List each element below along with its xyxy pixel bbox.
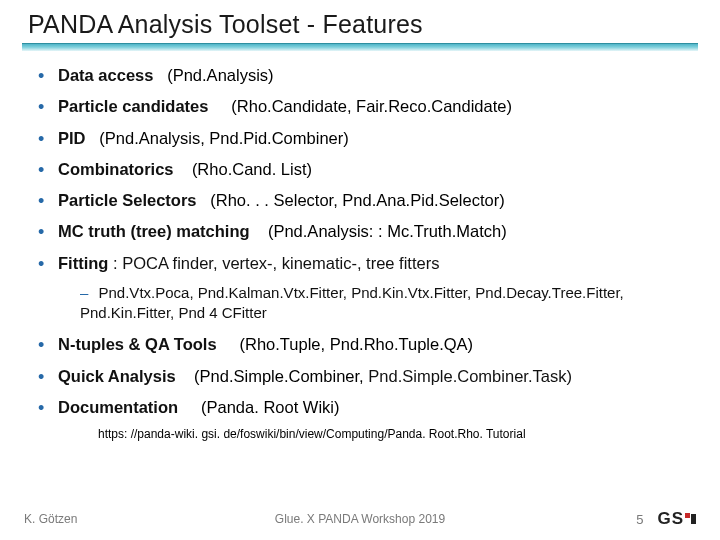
label: Fitting — [58, 254, 108, 272]
bullet-list-3: Documentation (Panda. Root Wiki) — [36, 396, 684, 418]
label: Documentation — [58, 398, 178, 416]
bullet-list-2: N-tuples & QA Tools (Rho.Tuple, Pnd.Rho.… — [36, 333, 684, 387]
bullet-particle-selectors: Particle Selectors (Rho. . . Selector, P… — [36, 189, 684, 211]
trail: Pnd.Simple.Combiner.Task) — [368, 367, 572, 385]
paren: (Panda. Root Wiki) — [201, 398, 339, 416]
paren: (Rho.Candidate, Fair.Reco.Candidate) — [231, 97, 512, 115]
page-number: 5 — [636, 512, 643, 527]
bullet-pid: PID (Pnd.Analysis, Pnd.Pid.Combiner) — [36, 127, 684, 149]
paren: (Rho.Tuple, Pnd.Rho.Tuple.QA) — [240, 335, 474, 353]
dash-icon: – — [80, 284, 88, 301]
slide: PANDA Analysis Toolset - Features Data a… — [0, 0, 720, 540]
label: Particle candidates — [58, 97, 208, 115]
paren: (Pnd.Simple.Combiner, — [194, 367, 364, 385]
fitters-text: Pnd.Vtx.Poca, Pnd.Kalman.Vtx.Fitter, Pnd… — [80, 284, 624, 321]
label: Combinatorics — [58, 160, 174, 178]
bullet-ntuples: N-tuples & QA Tools (Rho.Tuple, Pnd.Rho.… — [36, 333, 684, 355]
label: MC truth (tree) matching — [58, 222, 250, 240]
bullet-mc-truth: MC truth (tree) matching (Pnd.Analysis: … — [36, 220, 684, 242]
bullet-list: Data access (Pnd.Analysis) Particle cand… — [36, 64, 684, 274]
label: Quick Analysis — [58, 367, 176, 385]
paren: (Pnd.Analysis: : Mc.Truth.Match) — [268, 222, 507, 240]
documentation-url: https: //panda-wiki. gsi. de/foswiki/bin… — [98, 427, 684, 441]
label: N-tuples & QA Tools — [58, 335, 217, 353]
content-area: Data access (Pnd.Analysis) Particle cand… — [0, 64, 720, 441]
label: Data access — [58, 66, 153, 84]
fitters-sublist: – Pnd.Vtx.Poca, Pnd.Kalman.Vtx.Fitter, P… — [80, 283, 684, 324]
bullet-data-access: Data access (Pnd.Analysis) — [36, 64, 684, 86]
gsi-logo-icon: GS — [657, 509, 696, 529]
title-underline — [22, 43, 698, 55]
tail: : POCA finder, vertex-, kinematic-, tree… — [108, 254, 439, 272]
paren: (Rho. . . Selector, Pnd.Ana.Pid.Selector… — [210, 191, 504, 209]
paren: (Rho.Cand. List) — [192, 160, 312, 178]
slide-title: PANDA Analysis Toolset - Features — [0, 0, 720, 43]
paren: (Pnd.Analysis, Pnd.Pid.Combiner) — [99, 129, 348, 147]
paren: (Pnd.Analysis) — [167, 66, 273, 84]
footer-venue: Glue. X PANDA Workshop 2019 — [275, 512, 445, 526]
bullet-quick-analysis: Quick Analysis (Pnd.Simple.Combiner, Pnd… — [36, 365, 684, 387]
footer-author: K. Götzen — [24, 512, 77, 526]
footer-right: 5 GS — [636, 509, 696, 529]
bullet-documentation: Documentation (Panda. Root Wiki) — [36, 396, 684, 418]
bullet-fitting: Fitting : POCA finder, vertex-, kinemati… — [36, 252, 684, 274]
bullet-combinatorics: Combinatorics (Rho.Cand. List) — [36, 158, 684, 180]
label: PID — [58, 129, 86, 147]
bullet-particle-candidates: Particle candidates (Rho.Candidate, Fair… — [36, 95, 684, 117]
label: Particle Selectors — [58, 191, 197, 209]
footer: K. Götzen Glue. X PANDA Workshop 2019 5 … — [0, 506, 720, 532]
